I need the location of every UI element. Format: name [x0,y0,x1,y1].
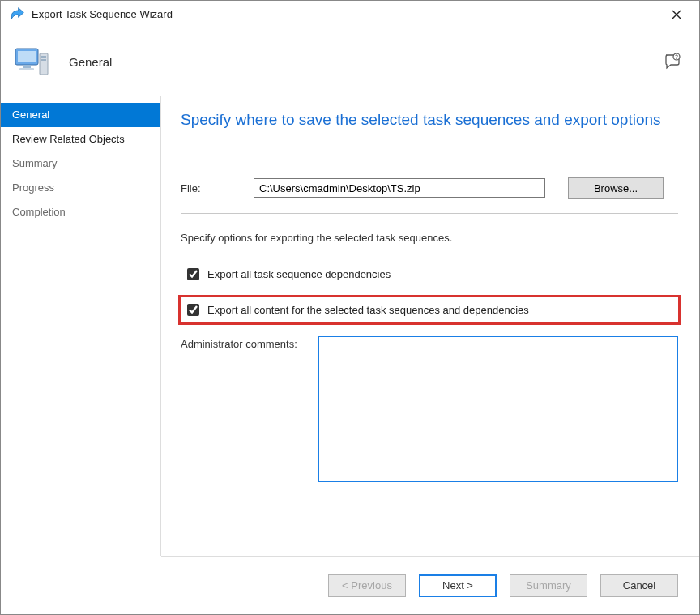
sidebar-step-summary: Summary [1,152,160,176]
svg-rect-3 [18,51,36,62]
wizard-steps-sidebar: General Review Related Objects Summary P… [1,96,161,556]
sidebar-step-general[interactable]: General [1,103,160,127]
sidebar-step-review-related[interactable]: Review Related Objects [1,127,160,152]
computer-monitor-icon [12,42,51,81]
svg-rect-8 [41,59,46,61]
wizard-main-panel: Specify where to save the selected task … [161,96,699,556]
help-speech-icon[interactable] [664,52,683,71]
checkbox-export-dependencies-row[interactable]: Export all task sequence dependencies [181,265,678,284]
browse-button[interactable]: Browse... [568,177,664,199]
cancel-button[interactable]: Cancel [600,574,678,597]
checkbox-export-dependencies[interactable] [187,268,199,280]
comments-label: Administrator comments: [181,336,318,350]
window-title: Export Task Sequence Wizard [32,8,660,20]
previous-button: < Previous [328,574,406,597]
file-label: File: [181,182,254,194]
page-heading: Specify where to save the selected task … [181,111,678,129]
close-button[interactable] [660,3,693,26]
wizard-header: General [1,28,699,95]
file-path-input[interactable] [254,178,545,198]
svg-rect-4 [23,65,31,68]
options-intro-text: Specify options for exporting the select… [181,232,678,244]
comments-textarea[interactable] [318,336,678,482]
svg-rect-5 [19,68,34,70]
checkbox-export-dependencies-label: Export all task sequence dependencies [207,268,391,280]
checkbox-export-content[interactable] [187,304,199,316]
section-divider [181,213,678,214]
summary-button: Summary [510,574,587,597]
svg-point-10 [676,58,677,59]
checkbox-export-content-label: Export all content for the selected task… [207,304,529,316]
sidebar-step-progress: Progress [1,176,160,200]
wizard-footer: < Previous Next > Summary Cancel [161,556,699,614]
svg-rect-7 [41,56,46,58]
wizard-step-title: General [69,55,664,69]
sidebar-step-completion: Completion [1,200,160,224]
export-arrow-icon [9,6,25,23]
title-bar: Export Task Sequence Wizard [1,1,699,28]
next-button[interactable]: Next > [419,574,497,597]
checkbox-export-content-row[interactable]: Export all content for the selected task… [178,295,681,325]
